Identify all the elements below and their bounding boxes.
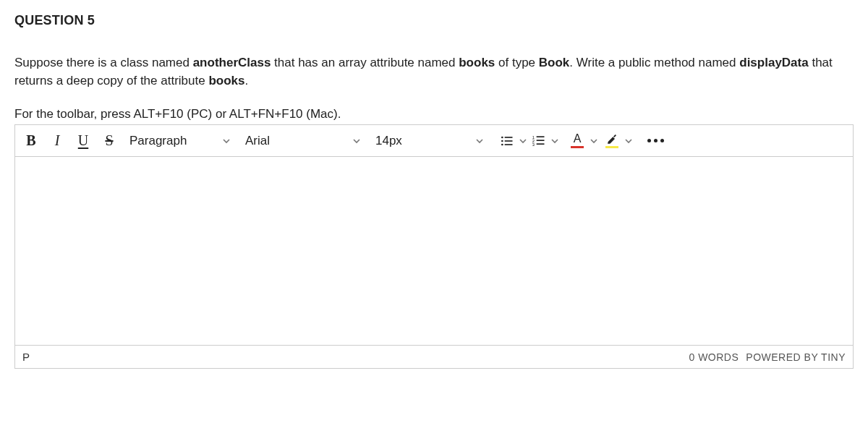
- editor-statusbar: P 0 WORDS POWERED BY TINY: [15, 345, 853, 368]
- svg-rect-7: [537, 136, 545, 137]
- underline-button[interactable]: U: [70, 127, 96, 155]
- block-format-label: Paragraph: [129, 134, 187, 148]
- editor-content-area[interactable]: [15, 157, 853, 345]
- svg-rect-9: [537, 140, 545, 141]
- body-text: of type: [495, 56, 538, 69]
- text-color-button[interactable]: A: [568, 127, 587, 155]
- bold-method-name: displayData: [739, 56, 808, 69]
- toolbar-hint: For the toolbar, press ALT+F10 (PC) or A…: [14, 107, 854, 121]
- chevron-down-icon[interactable]: [588, 137, 600, 145]
- bold-attr-name: books: [459, 56, 495, 69]
- font-family-select[interactable]: Arial: [238, 127, 368, 155]
- svg-point-4: [501, 143, 503, 145]
- dot-icon: [647, 139, 651, 142]
- chevron-down-icon[interactable]: [549, 137, 561, 145]
- svg-rect-1: [505, 137, 513, 138]
- bold-type-name: Book: [539, 56, 570, 69]
- more-options-button[interactable]: [642, 127, 670, 155]
- svg-rect-5: [505, 144, 513, 145]
- chevron-down-icon[interactable]: [623, 137, 634, 145]
- question-title: QUESTION 5: [14, 13, 854, 28]
- font-family-label: Arial: [245, 134, 270, 148]
- block-format-select[interactable]: Paragraph: [122, 127, 238, 155]
- font-size-label: 14px: [375, 134, 402, 148]
- bold-class-name: anotherClass: [193, 56, 271, 69]
- body-text: . Write a public method named: [569, 56, 739, 69]
- powered-by-label: POWERED BY TINY: [746, 351, 846, 363]
- dot-icon: [654, 139, 658, 142]
- strikethrough-button[interactable]: S: [96, 127, 122, 155]
- body-text: .: [244, 74, 248, 87]
- numbered-list-icon: 1 2 3: [532, 134, 546, 148]
- svg-rect-11: [537, 143, 545, 145]
- chevron-down-icon[interactable]: [517, 137, 529, 145]
- highlight-color-swatch: [605, 146, 618, 148]
- rich-text-editor: B I U S Paragraph Arial 14px: [14, 124, 854, 369]
- svg-point-0: [501, 136, 503, 138]
- element-path[interactable]: P: [22, 351, 30, 363]
- chevron-down-icon: [351, 137, 362, 145]
- highlight-color-button[interactable]: [603, 127, 621, 155]
- body-text: Suppose there is a class named: [14, 56, 193, 69]
- svg-rect-3: [505, 140, 513, 142]
- text-color-swatch: [571, 146, 584, 148]
- font-size-select[interactable]: 14px: [368, 127, 491, 155]
- body-text: that has an array attribute named: [271, 56, 459, 69]
- chevron-down-icon: [221, 137, 232, 145]
- question-body: Suppose there is a class named anotherCl…: [14, 54, 854, 90]
- bullet-list-icon: [500, 134, 514, 148]
- highlighter-icon: [605, 133, 618, 145]
- svg-point-2: [501, 140, 503, 142]
- chevron-down-icon: [474, 137, 485, 145]
- word-count: 0 WORDS: [689, 351, 739, 363]
- numbered-list-button[interactable]: 1 2 3: [529, 127, 549, 155]
- text-color-glyph: A: [574, 133, 582, 145]
- svg-text:3: 3: [532, 142, 535, 146]
- bold-attr-name-2: books: [208, 74, 244, 87]
- italic-button[interactable]: I: [44, 127, 70, 155]
- bullet-list-button[interactable]: [497, 127, 517, 155]
- dot-icon: [660, 139, 664, 142]
- editor-toolbar: B I U S Paragraph Arial 14px: [15, 125, 853, 157]
- bold-button[interactable]: B: [18, 127, 44, 155]
